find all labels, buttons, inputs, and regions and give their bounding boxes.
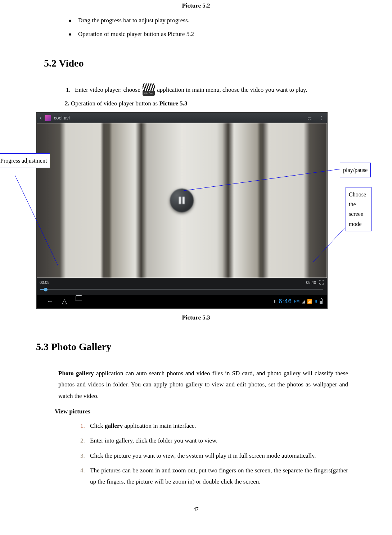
video-frame[interactable] — [37, 123, 327, 278]
nav-recent-icon[interactable] — [76, 295, 82, 300]
callout-progress-adjustment: Progress adjustment — [0, 153, 50, 168]
signal-icon: 📶 — [307, 298, 312, 305]
status-clock-ampm: PM — [294, 298, 299, 305]
gallery-step-1: Click gallery application in main interf… — [86, 420, 348, 431]
text: application in main interface. — [123, 422, 196, 429]
figure-caption-5-3: Picture 5.3 — [14, 312, 378, 323]
video-player-figure: ‹ cool.avi ⚎ ⋮ 00:08 08:40 ⛶ — [36, 112, 328, 309]
video-filename: cool.avi — [54, 114, 300, 122]
section-heading-gallery: 5.3 Photo Gallery — [36, 337, 378, 356]
pause-icon — [179, 197, 185, 204]
text-bold: Picture 5.3 — [159, 100, 188, 107]
bullet-item: Operation of music player button as Pict… — [68, 28, 378, 40]
gallery-steps-list: Click gallery application in main interf… — [75, 420, 348, 488]
current-time: 00:08 — [40, 279, 50, 286]
callout-play-pause: play/pause — [340, 163, 371, 177]
text: Enter video player: choose — [75, 86, 142, 93]
bullet-item: Drag the progress bar to adjust play pro… — [68, 15, 378, 26]
gallery-step-2: Enter into gallery, click the folder you… — [86, 435, 348, 446]
gallery-step-4: The pictures can be zoom in and zoom out… — [86, 465, 348, 488]
gallery-step-3: Click the picture you want to view, the … — [86, 450, 348, 461]
text: Click — [90, 422, 105, 429]
text-bold: gallery — [105, 422, 123, 429]
gallery-icon[interactable] — [45, 115, 51, 121]
section-heading-video: 5.2 Video — [44, 54, 378, 73]
player-controls: 00:08 08:40 ⛶ — [37, 278, 327, 295]
menu-icon[interactable]: ⋮ — [319, 114, 324, 122]
video-step-1: Enter video player: choose Video Player … — [72, 84, 378, 96]
view-pictures-subheading: View pictures — [55, 406, 378, 417]
total-duration: 08:40 — [53, 279, 316, 286]
wifi-icon: ◢ — [302, 298, 305, 305]
callout-screen-mode: Choose the screen mode — [346, 187, 371, 231]
download-icon: ⬇ — [273, 298, 276, 305]
video-step-2: 2. Operation of video player button as P… — [71, 98, 378, 109]
video-steps-list: Enter video player: choose Video Player … — [61, 84, 378, 109]
bluetooth-icon: ฿ — [315, 298, 317, 305]
progress-thumb[interactable] — [44, 288, 48, 291]
gallery-intro-paragraph: Photo gallery application can auto searc… — [58, 368, 348, 402]
text: application can auto search photos and v… — [58, 370, 348, 399]
battery-icon — [320, 299, 323, 304]
nav-back-icon[interactable]: ← — [47, 295, 53, 307]
share-icon[interactable]: ⚎ — [307, 114, 312, 122]
system-navbar: ← △ ⬇ 6:46 PM ◢ 📶 ฿ — [37, 295, 327, 308]
play-pause-button[interactable] — [170, 189, 194, 212]
status-clock: 6:46 — [279, 296, 292, 307]
figure-caption-5-2: Picture 5.2 — [14, 0, 378, 11]
player-titlebar: ‹ cool.avi ⚎ ⋮ — [37, 113, 327, 123]
text: application in main menu, choose the vid… — [157, 86, 307, 93]
bullet-list: Drag the progress bar to adjust play pro… — [68, 15, 378, 40]
progress-bar[interactable] — [37, 286, 327, 293]
page-number: 47 — [14, 505, 378, 514]
text: Operation of video player button as — [71, 100, 159, 107]
text-bold: Photo gallery — [58, 370, 94, 377]
video-player-app-icon: Video Player — [143, 83, 155, 96]
back-icon[interactable]: ‹ — [40, 112, 42, 123]
nav-home-icon[interactable]: △ — [62, 295, 67, 307]
